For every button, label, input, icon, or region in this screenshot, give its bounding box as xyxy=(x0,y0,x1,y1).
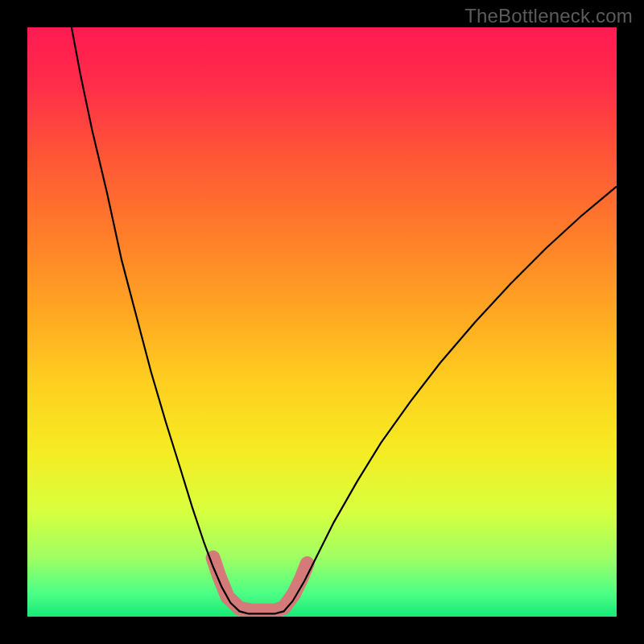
watermark-text: TheBottleneck.com xyxy=(464,5,633,27)
chart-svg xyxy=(27,27,617,617)
plot-area xyxy=(27,27,617,617)
gradient-background xyxy=(27,27,617,617)
chart-frame: TheBottleneck.com xyxy=(0,0,644,644)
